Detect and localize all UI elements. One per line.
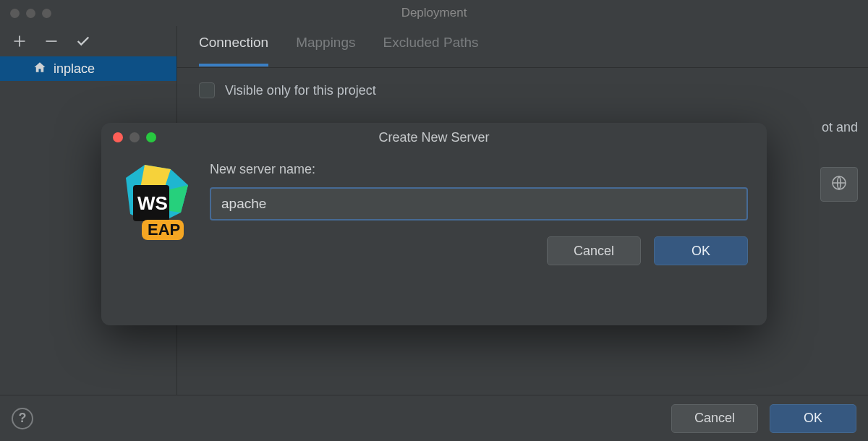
dialog-buttons: Cancel OK (210, 236, 748, 265)
visible-only-checkbox-row[interactable]: Visible only for this project (199, 82, 846, 98)
app-badge-ws: WS (137, 192, 168, 214)
dialog-form: New server name: Cancel OK (210, 159, 748, 265)
dialog-title: Create New Server (101, 130, 767, 145)
help-icon: ? (19, 411, 27, 426)
window-controls (10, 9, 51, 18)
help-button[interactable]: ? (12, 408, 33, 429)
server-name-input[interactable] (210, 187, 748, 220)
cancel-button[interactable]: Cancel (671, 404, 758, 433)
dialog-ok-button[interactable]: OK (654, 236, 748, 265)
window-titlebar: Deployment (0, 0, 868, 26)
dialog-cancel-label: Cancel (574, 244, 614, 259)
remove-icon[interactable] (43, 33, 59, 49)
cancel-button-label: Cancel (694, 411, 735, 426)
add-icon[interactable] (12, 33, 27, 49)
create-server-dialog: Create New Server WS EAP New server name… (101, 123, 767, 325)
sidebar-toolbar (0, 26, 176, 56)
app-icon: WS EAP (120, 162, 192, 241)
dialog-cancel-button[interactable]: Cancel (547, 236, 641, 265)
dialog-ok-label: OK (692, 244, 710, 259)
maximize-window-icon[interactable] (42, 9, 51, 18)
dialog-titlebar: Create New Server (101, 123, 767, 152)
tab-mappings[interactable]: Mappings (296, 35, 355, 64)
dialog-maximize-icon[interactable] (146, 132, 156, 142)
checkbox-label: Visible only for this project (225, 83, 376, 98)
dialog-minimize-icon[interactable] (129, 132, 140, 142)
tab-connection[interactable]: Connection (199, 35, 268, 67)
dialog-close-icon[interactable] (113, 132, 123, 142)
close-window-icon[interactable] (10, 9, 20, 18)
check-icon[interactable] (75, 33, 91, 49)
globe-icon (830, 174, 848, 194)
server-name-label: New server name: (210, 162, 748, 177)
ok-button[interactable]: OK (770, 404, 856, 433)
tab-content: Visible only for this project (177, 68, 868, 113)
sidebar-item-label: inplace (54, 61, 95, 77)
app-badge-eap: EAP (148, 220, 180, 239)
sidebar-item-inplace[interactable]: inplace (0, 56, 176, 81)
ok-button-label: OK (804, 411, 822, 426)
partial-obscured-text: ot and (822, 120, 858, 135)
home-icon (33, 61, 46, 77)
tab-excluded-paths[interactable]: Excluded Paths (383, 35, 479, 64)
dialog-window-controls (113, 132, 156, 142)
tabs: Connection Mappings Excluded Paths (177, 26, 868, 68)
dialog-body: WS EAP New server name: Cancel OK (101, 152, 767, 278)
minimize-window-icon[interactable] (26, 9, 35, 18)
browse-url-button[interactable] (820, 167, 858, 202)
checkbox-icon[interactable] (199, 82, 215, 98)
footer: ? Cancel OK (0, 395, 868, 441)
window-title: Deployment (0, 6, 868, 20)
